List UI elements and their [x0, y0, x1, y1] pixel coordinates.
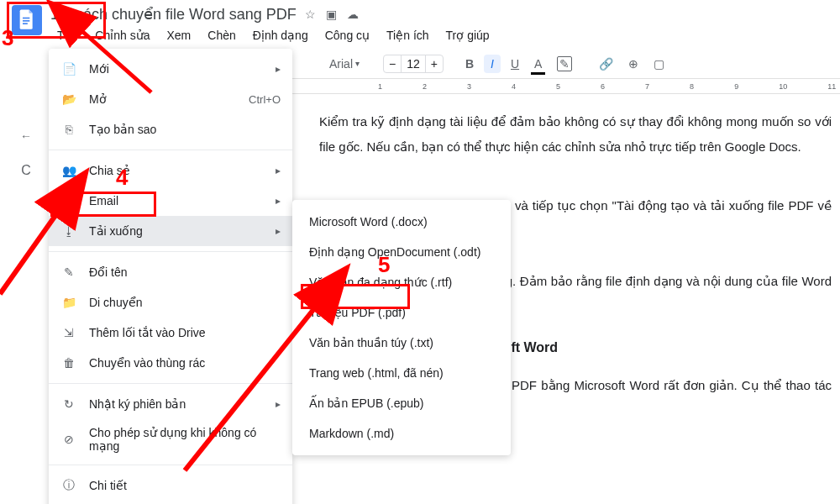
- menu-trash[interactable]: 🗑Chuyển vào thùng rác: [49, 348, 292, 378]
- underline-button[interactable]: U: [506, 54, 524, 74]
- menu-share[interactable]: 👥Chia sẻ▸: [49, 155, 292, 186]
- menu-tools[interactable]: Công cụ: [318, 25, 376, 45]
- text-color-button[interactable]: A: [529, 54, 547, 74]
- font-size-increase[interactable]: +: [426, 55, 443, 72]
- menu-view[interactable]: Xem: [160, 25, 198, 45]
- drive-shortcut-icon: ⇲: [60, 326, 77, 339]
- info-icon: ⓘ: [60, 478, 77, 493]
- move-folder-icon[interactable]: ▣: [326, 8, 337, 21]
- menu-offline[interactable]: ⊘Cho phép sử dụng khi không có mạng: [49, 419, 292, 459]
- bold-button[interactable]: B: [460, 54, 479, 74]
- font-size-control[interactable]: − 12 +: [383, 55, 444, 73]
- italic-button[interactable]: I: [484, 55, 501, 73]
- annotation-box-5: [301, 284, 410, 309]
- annotation-number-4: 4: [116, 165, 128, 191]
- cloud-status-icon: ☁: [347, 8, 359, 21]
- menu-rename[interactable]: ✎Đổi tên: [49, 257, 292, 287]
- paragraph[interactable]: Kiểm tra kỹ định dạng tài liệu để đảm bả…: [319, 109, 832, 160]
- offline-icon: ⊘: [60, 433, 77, 446]
- image-button[interactable]: ▢: [648, 54, 669, 74]
- menu-security[interactable]: 🛡Giới hạn về mức bảo mật: [49, 501, 292, 504]
- annotation-number-3: 3: [2, 25, 13, 51]
- download-icon: ⭳: [60, 224, 77, 238]
- download-epub[interactable]: Ấn bản EPUB (.epub): [292, 388, 511, 418]
- font-size-decrease[interactable]: −: [384, 55, 401, 72]
- history-icon: ↻: [60, 397, 77, 411]
- download-submenu: Microsoft Word (.docx) Định dạng OpenDoc…: [292, 200, 511, 455]
- highlight-button[interactable]: ✎: [552, 53, 577, 75]
- menu-extensions[interactable]: Tiện ích: [380, 25, 436, 45]
- back-icon[interactable]: ←: [20, 129, 32, 143]
- menu-new[interactable]: 📄Mới▸: [49, 54, 292, 84]
- download-docx[interactable]: Microsoft Word (.docx): [292, 207, 511, 237]
- file-menu-dropdown: 📄Mới▸ 📂MởCtrl+O ⎘Tạo bản sao 👥Chia sẻ▸ ✉…: [49, 49, 292, 504]
- file-plus-icon: 📄: [60, 62, 77, 76]
- link-button[interactable]: 🔗: [594, 54, 618, 74]
- annotation-box-3: [7, 2, 106, 39]
- download-md[interactable]: Markdown (.md): [292, 418, 511, 449]
- copy-icon: ⎘: [60, 123, 77, 136]
- font-family-select[interactable]: Arial▾: [324, 54, 366, 74]
- menu-download[interactable]: ⭳Tải xuống▸: [49, 216, 292, 246]
- font-size-value[interactable]: 12: [401, 55, 426, 72]
- download-html[interactable]: Trang web (.html, đã nén): [292, 358, 511, 388]
- menu-open[interactable]: 📂MởCtrl+O: [49, 84, 292, 114]
- menu-history[interactable]: ↻Nhật ký phiên bản▸: [49, 389, 292, 419]
- download-txt[interactable]: Văn bản thuần túy (.txt): [292, 328, 511, 358]
- annotation-box-4: [50, 192, 156, 217]
- share-icon: 👥: [60, 164, 77, 177]
- folder-open-icon: 📂: [60, 92, 77, 106]
- comment-button[interactable]: ⊕: [623, 54, 643, 74]
- menu-copy[interactable]: ⎘Tạo bản sao: [49, 114, 292, 144]
- menu-format[interactable]: Định dạng: [246, 25, 315, 45]
- menubar: Tệp Chỉnh sửa Xem Chèn Định dạng Công cụ…: [50, 25, 828, 45]
- star-icon[interactable]: ☆: [305, 8, 316, 21]
- download-odt[interactable]: Định dạng OpenDocument (.odt): [292, 237, 511, 267]
- move-icon: 📁: [60, 296, 77, 309]
- menu-insert[interactable]: Chèn: [201, 25, 242, 45]
- menu-details[interactable]: ⓘChi tiết: [49, 470, 292, 501]
- annotation-number-5: 5: [378, 252, 390, 278]
- trash-icon: 🗑: [60, 356, 77, 370]
- pencil-icon: ✎: [60, 265, 77, 279]
- menu-shortcut[interactable]: ⇲Thêm lối tắt vào Drive: [49, 318, 292, 348]
- outline-icon[interactable]: C: [21, 163, 31, 178]
- menu-help[interactable]: Trợ giúp: [439, 25, 496, 45]
- menu-move[interactable]: 📁Di chuyển: [49, 287, 292, 318]
